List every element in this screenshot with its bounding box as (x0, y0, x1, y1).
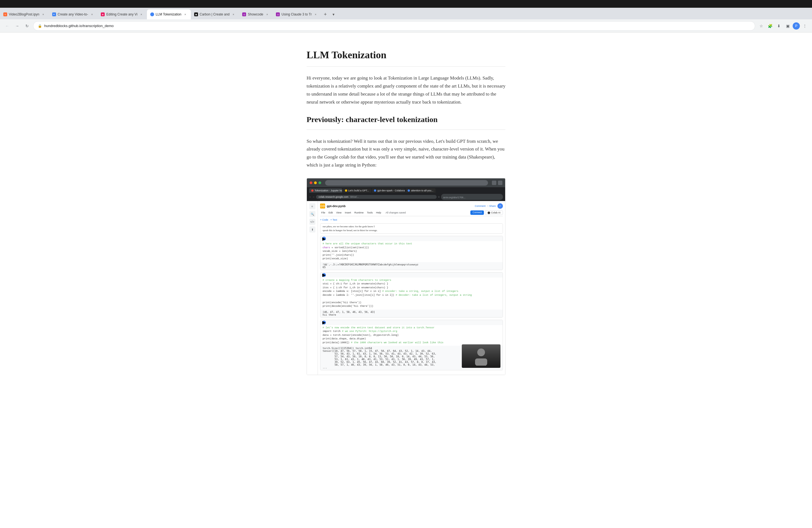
tab-label-carbon: Carbon | Create and (200, 12, 230, 16)
colab-avatar: P (497, 203, 503, 209)
tab-favicon-showcode: ◎ (242, 12, 246, 16)
tab-using-claude[interactable]: ◎ Using Claude 3 to Tr × (273, 10, 321, 19)
shakespeare-text: our pikes, ere we become rakes: for the … (323, 225, 501, 232)
extensions-button[interactable]: 🧩 (766, 22, 774, 30)
chars-code: # here are all the unique characters tha… (323, 242, 501, 261)
tab-close-video2blog[interactable]: × (41, 12, 46, 17)
tab-editing[interactable]: ◈ Editing Create any Vi × (98, 10, 147, 19)
new-tab-button[interactable]: + (321, 10, 330, 19)
colab-screenshot: Tokenization - Jupyter Notebook Let's bu… (307, 178, 505, 375)
tab-favicon-create: ✦ (52, 12, 56, 16)
colab-dot-green (318, 181, 321, 184)
sidebar-button[interactable]: ▣ (784, 22, 792, 30)
cell-encoder: ▶ # create a mapping from characters to … (320, 272, 503, 318)
url-text: hundredblocks.github.io/transcription_de… (44, 24, 750, 28)
add-code-btn[interactable]: + Code (320, 218, 328, 221)
tab-favicon-carbon: ◆ (194, 12, 198, 16)
cell-run-torch[interactable]: ▶ (322, 321, 326, 324)
colab-comment-btn[interactable]: Comment (475, 205, 485, 207)
colab-browser-url (325, 180, 488, 186)
code-encoder-line3: encode = lambda s: [stoi[c] for c in s] … (323, 290, 501, 294)
encoder-output: [46, 47, 47, 1, 58, 46, 43, 56, 43]hii t… (320, 310, 503, 317)
colab-tab-spark: gpt-dev-spark - Colaboratory (372, 188, 405, 193)
tab-close-showcode[interactable]: × (265, 12, 269, 17)
cell-text-shakespeare: our pikes, ere we become rakes: for the … (320, 223, 503, 234)
video-person (462, 344, 501, 368)
toolbar-edit[interactable]: Edit (328, 211, 334, 215)
colab-dot-red (309, 181, 313, 184)
tab-overflow-button[interactable]: ▾ (330, 10, 338, 19)
forward-button[interactable]: → (13, 22, 21, 30)
colab-sidebar: ≡ 🔍 </> ⬆ (307, 201, 318, 375)
tab-llm-tokenization[interactable]: LLM Tokenization × (147, 10, 191, 19)
colab-logo: CO (320, 204, 325, 208)
colab-header-actions: Comment ↑ Share P (475, 203, 503, 209)
code-chars-line3: print(''.join(chars)) (323, 253, 501, 258)
section1-heading: Previously: character-level tokenization (307, 115, 505, 124)
colab-more-btn (498, 180, 503, 185)
section1-text: So what is tokenization? Well it turns o… (307, 137, 505, 170)
colab-dot-yellow (314, 181, 317, 184)
torch-line4: print(data[:1000]) # the 1000 characters… (323, 341, 501, 345)
tab-label-create: Create any Video-to- (58, 12, 88, 16)
cell-torch-body: # let's now encode the entire text datas… (320, 325, 503, 346)
code-encoder-line6: print(decode(encode('hii there'))) (323, 305, 501, 308)
tab-create-any-video[interactable]: ✦ Create any Video-to- × (49, 10, 98, 19)
download-button[interactable]: ⬇ (775, 22, 783, 30)
back-button[interactable]: ← (3, 22, 11, 30)
cell-chars-body: # here are all the unique characters tha… (320, 241, 503, 262)
colab-btn[interactable]: ⬤ Colab AI (485, 210, 503, 215)
code-chars-line4: print(vocab_size) (323, 257, 501, 261)
colab-file-title: gpt-dev.pynb (327, 204, 346, 208)
colab-body: ≡ 🔍 </> ⬆ CO gpt-dev.pynb Comment (307, 201, 505, 375)
url-bar[interactable]: 🔒 hundredblocks.github.io/transcription_… (33, 21, 755, 31)
tab-close-llm[interactable]: × (183, 12, 188, 17)
profile-avatar[interactable]: P (793, 23, 800, 30)
colab-tab-label-2: Let's build a GPT... (348, 189, 369, 192)
cell-encoder-header: ▶ (320, 273, 503, 278)
colab-share-action[interactable]: ↑ Share (487, 205, 496, 207)
cell-run-encoder[interactable]: ▶ (322, 273, 326, 277)
tab-favicon-editing: ◈ (101, 12, 105, 16)
colab-tab-gpt: Let's build a GPT... (343, 188, 371, 193)
cell-chars: ▶ # here are all the unique characters t… (320, 236, 503, 270)
tab-showcode[interactable]: ◎ Showcode × (239, 10, 273, 19)
toolbar-view[interactable]: View (335, 211, 343, 215)
tab-video2blog[interactable]: V Video2BlogPost.ipyn × (0, 10, 49, 19)
encoder-code: # create a mapping from characters to in… (323, 279, 501, 308)
colab-title-area: CO gpt-dev.pynb (320, 204, 346, 208)
tab-close-editing[interactable]: × (139, 12, 144, 17)
tab-close-claude[interactable]: × (314, 12, 318, 17)
colab-browser-tabs: Tokenization - Jupyter Notebook Let's bu… (307, 187, 505, 193)
tab-close-carbon[interactable]: × (231, 12, 236, 17)
toolbar-runtime[interactable]: Runtime (353, 211, 365, 215)
colab-url-text: colab.research.google.com (319, 195, 349, 198)
cell-torch: ▶ # let's now encode the entire text dat… (320, 320, 503, 371)
chars-output: !$&',-.3:;=?ABCDEFGHIJKLMNOPQRSTUVWXYZab… (320, 262, 503, 270)
torch-code: # let's now encode the entire text datas… (323, 326, 501, 345)
code-comment-chars: # here are all the unique characters tha… (323, 242, 501, 246)
code-encoder-line1: stoi = { ch:i for i,ch in enumerate(char… (323, 282, 501, 286)
cell-body-shakespeare: our pikes, ere we become rakes: for the … (320, 224, 503, 233)
toolbar-help[interactable]: Help (375, 211, 382, 215)
more-button[interactable]: ⋮ (801, 22, 809, 30)
cell-run-chars[interactable]: ▶ (322, 237, 326, 240)
colab-url2: arxiv.org/abs/1706... (441, 194, 503, 200)
colab-browser-actions (492, 180, 503, 185)
colab-tab-tokenization: Tokenization - Jupyter Notebook (309, 188, 342, 193)
tab-close-create[interactable]: × (90, 12, 94, 17)
refresh-button[interactable]: ↻ (23, 22, 31, 30)
colab-url-actions: ☆ (438, 195, 440, 198)
bookmark-button[interactable]: ☆ (757, 22, 765, 30)
connect-btn[interactable]: Connect (470, 210, 484, 215)
colab-screenshot-wrapper: Tokenization - Jupyter Notebook Let's bu… (307, 178, 505, 375)
toolbar-save-status: All changes saved (386, 211, 406, 214)
toolbar-insert[interactable]: Insert (344, 211, 352, 215)
toolbar-tools[interactable]: Tools (366, 211, 374, 215)
colab-favicon-3 (374, 189, 376, 192)
colab-header: CO gpt-dev.pynb Comment ↑ Share P (320, 203, 503, 209)
add-text-btn[interactable]: + Text (330, 218, 337, 221)
toolbar-file[interactable]: File (320, 211, 327, 215)
tab-carbon[interactable]: ◆ Carbon | Create and × (191, 10, 239, 19)
code-encoder-line5: print(encode('hii there')) (323, 301, 501, 305)
